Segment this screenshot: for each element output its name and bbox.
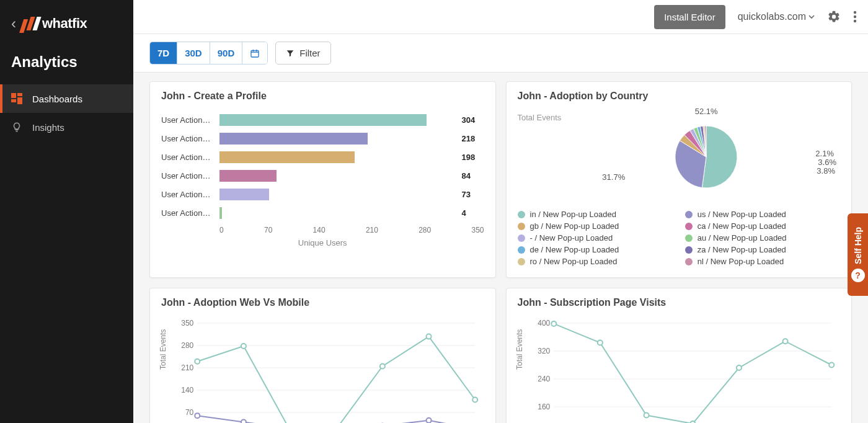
y-axis-title: Total Events — [159, 329, 167, 370]
legend-label: za / New Pop-up Loaded — [698, 245, 786, 254]
bar-row: User Action…198 — [161, 148, 484, 166]
svg-text:160: 160 — [538, 403, 550, 411]
sidebar-item-label: Dashboards — [32, 94, 82, 104]
bar-label: User Action… — [161, 115, 216, 125]
svg-text:280: 280 — [181, 341, 193, 350]
legend-label: in / New Pop-up Loaded — [530, 210, 616, 219]
calendar-icon — [250, 48, 260, 58]
svg-text:210: 210 — [181, 363, 193, 372]
svg-text:240: 240 — [538, 375, 550, 383]
pie-callout: 3.6% — [818, 158, 836, 167]
sidebar: ‹ whatfix Analytics Dashboards Insights — [0, 0, 133, 423]
legend-label: ca / New Pop-up Loaded — [698, 221, 786, 231]
bar-value: 304 — [462, 115, 484, 125]
legend-item: ro / New Pop-up Loaded — [518, 257, 673, 266]
bar-x-title: Unique Users — [161, 238, 484, 247]
swatch-icon — [518, 211, 525, 218]
bar-label: User Action… — [161, 190, 216, 199]
svg-text:140: 140 — [181, 386, 193, 394]
swatch-icon — [518, 258, 525, 265]
swatch-icon — [518, 246, 525, 254]
card-adoption-country: John - Adoption by Country Total Events … — [506, 81, 852, 278]
legend-label: gb / New Pop-up Loaded — [530, 221, 619, 231]
legend-label: au / New Pop-up Loaded — [698, 233, 787, 243]
bar-label: User Action… — [161, 208, 216, 218]
swatch-icon — [685, 211, 693, 218]
bar-row: User Action…218 — [161, 129, 484, 148]
line-chart: 350280210140700 — [169, 317, 484, 423]
topbar: Install Editor quickolabs.com — [133, 0, 868, 34]
bar-label: User Action… — [161, 134, 216, 143]
bar-row: User Action…4 — [161, 203, 484, 222]
filter-label: Filter — [299, 48, 320, 58]
sidebar-item-insights[interactable]: Insights — [0, 113, 133, 141]
domain-dropdown[interactable]: quickolabs.com — [738, 11, 815, 22]
svg-point-28 — [427, 418, 432, 423]
legend-label: - / New Pop-up Loaded — [530, 233, 613, 243]
legend-item: au / New Pop-up Loaded — [685, 233, 840, 243]
bar-value: 198 — [462, 153, 484, 162]
svg-point-44 — [736, 365, 741, 370]
legend-label: us / New Pop-up Loaded — [698, 210, 786, 219]
svg-point-21 — [427, 334, 432, 339]
bar-value: 84 — [462, 171, 484, 180]
swatch-icon — [518, 223, 525, 230]
range-90d-button[interactable]: 90D — [210, 42, 243, 64]
svg-text:350: 350 — [181, 319, 193, 327]
card-title: John - Create a Profile — [161, 91, 484, 102]
svg-rect-3 — [251, 50, 259, 57]
bar-track — [219, 170, 458, 182]
bar-x-axis: 070140210280350 — [161, 222, 484, 234]
self-help-tab[interactable]: Self Help ? — [848, 213, 868, 296]
filter-button[interactable]: Filter — [275, 42, 330, 65]
legend-label: ro / New Pop-up Loaded — [530, 257, 618, 266]
swatch-icon — [685, 234, 693, 242]
legend-label: nl / New Pop-up Loaded — [698, 257, 784, 266]
section-title: Analytics — [0, 46, 133, 84]
bar-track — [219, 207, 458, 219]
domain-label: quickolabs.com — [738, 11, 806, 22]
sidebar-item-dashboards[interactable]: Dashboards — [0, 84, 133, 113]
svg-point-22 — [472, 397, 477, 402]
legend-item: gb / New Pop-up Loaded — [518, 221, 673, 231]
legend-item: nl / New Pop-up Loaded — [685, 257, 840, 266]
funnel-icon — [286, 49, 294, 58]
legend-item: za / New Pop-up Loaded — [685, 245, 840, 254]
total-events-label: Total Events — [518, 113, 562, 122]
bar-track — [219, 133, 458, 145]
svg-point-41 — [597, 341, 602, 345]
gear-icon[interactable] — [827, 10, 841, 24]
svg-text:70: 70 — [185, 408, 194, 417]
brand-name: whatfix — [42, 16, 87, 32]
y-axis-title: Total Events — [515, 329, 524, 370]
bar-chart: User Action…304User Action…218User Actio… — [161, 110, 484, 222]
chevron-down-icon — [808, 14, 815, 20]
bar-track — [219, 189, 458, 200]
range-7d-button[interactable]: 7D — [150, 42, 177, 64]
range-calendar-button[interactable] — [242, 42, 267, 64]
legend-item: ca / New Pop-up Loaded — [685, 221, 840, 231]
content-area: John - Create a Profile User Action…304U… — [133, 73, 868, 423]
pie-chart: 52.1% 2.1% 3.6% 3.8% 31.7% — [572, 110, 840, 203]
install-editor-button[interactable]: Install Editor — [654, 5, 725, 29]
sidebar-item-label: Insights — [32, 122, 64, 133]
pie-callout: 2.1% — [815, 149, 834, 158]
pie-callout: 3.8% — [817, 166, 835, 176]
legend-item: - / New Pop-up Loaded — [518, 233, 673, 243]
bar-row: User Action…84 — [161, 166, 484, 185]
svg-point-24 — [241, 419, 246, 423]
svg-point-46 — [829, 363, 834, 368]
bar-value: 218 — [462, 134, 484, 143]
bar-track — [219, 114, 458, 126]
line-chart: 40032024016080 — [525, 317, 841, 423]
svg-point-45 — [782, 339, 787, 344]
bar-value: 73 — [462, 190, 484, 199]
insights-icon — [11, 122, 22, 133]
kebab-menu-icon[interactable] — [853, 10, 857, 24]
back-icon[interactable]: ‹ — [11, 15, 16, 32]
svg-point-17 — [241, 344, 246, 349]
svg-text:320: 320 — [538, 347, 550, 355]
range-30d-button[interactable]: 30D — [177, 42, 210, 64]
card-create-profile: John - Create a Profile User Action…304U… — [149, 81, 496, 278]
filters-row: 7D 30D 90D Filter — [133, 34, 868, 73]
